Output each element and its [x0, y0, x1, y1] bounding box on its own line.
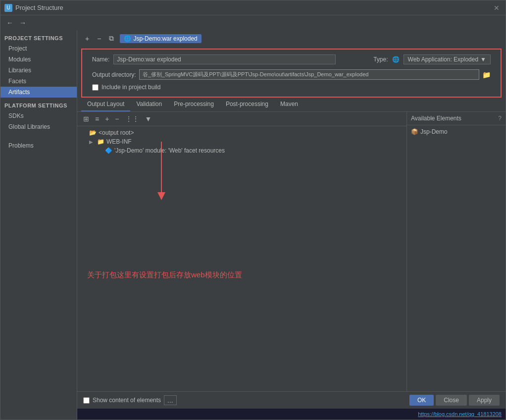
tree-list-view-button[interactable]: ≡ [93, 114, 101, 124]
remove-artifact-button[interactable]: − [95, 34, 103, 44]
app-icon: U [4, 4, 12, 12]
sidebar: PROJECT SETTINGS Project Modules Librari… [0, 30, 77, 420]
tree-options-button[interactable]: ⋮⋮ [123, 114, 141, 124]
footer-link[interactable]: https://blog.csdn.net/qq_41813208 [418, 411, 502, 417]
name-input[interactable] [113, 54, 336, 64]
sdks-label: SDKs [8, 112, 24, 119]
global-libraries-label: Global Libraries [8, 123, 50, 130]
artifacts-label: Artifacts [8, 89, 30, 96]
tabs-bar: Output Layout Validation Pre-processing … [77, 98, 506, 112]
tree-more-button[interactable]: ▼ [143, 114, 154, 124]
sidebar-item-artifacts[interactable]: Artifacts [0, 87, 77, 98]
artifact-header: + − ⧉ 🌐 Jsp-Demo:war exploded [77, 30, 506, 47]
include-in-build-checkbox[interactable] [92, 84, 99, 91]
title-bar: U Project Structure ✕ [0, 0, 506, 15]
ok-button[interactable]: OK [409, 395, 434, 406]
main-toolbar: ← → [0, 15, 506, 30]
output-dir-row: Output directory: 谷_侈别_SpringMVC源码及PPT\源… [86, 66, 497, 83]
sidebar-item-facets[interactable]: Facets [0, 76, 77, 87]
tree-toolbar: ⊞ ≡ + − ⋮⋮ ▼ [77, 112, 406, 126]
module-icon: 🔷 [105, 147, 112, 154]
tab-post-processing[interactable]: Post-processing [220, 98, 274, 111]
sidebar-item-modules[interactable]: Modules [0, 54, 77, 65]
cancel-button[interactable]: Close [436, 395, 467, 406]
artifact-config-section: Name: Type: 🌐 Web Application: Exploded … [81, 49, 502, 98]
available-content: 📦 Jsp-Demo [407, 125, 506, 391]
available-item-label: Jsp-Demo [420, 128, 448, 135]
include-in-build-row: Include in project build [86, 83, 497, 94]
project-label: Project [8, 45, 27, 52]
available-elements-header: Available Elements ? [407, 112, 506, 125]
sidebar-item-problems[interactable]: Problems [0, 140, 77, 151]
tree-grid-view-button[interactable]: ⊞ [81, 114, 91, 124]
tree-content: 📂 <output root> ▶ 📁 WEB-INF [77, 126, 406, 391]
tree-webinf-children: 🔷 'Jsp-Demo' module: 'Web' facet resourc… [89, 146, 403, 155]
sidebar-item-global-libraries[interactable]: Global Libraries [0, 121, 77, 132]
name-type-row: Name: Type: 🌐 Web Application: Exploded … [86, 52, 497, 66]
tab-pre-processing[interactable]: Pre-processing [168, 98, 220, 111]
root-label: <output root> [99, 129, 134, 136]
bottom-bar: Show content of elements ... OK Close Ap… [77, 391, 506, 409]
tree-remove-button[interactable]: − [113, 114, 121, 124]
action-buttons: OK Close Apply [409, 395, 500, 406]
tree-children: ▶ 📁 WEB-INF 🔷 'Jsp-Demo' module: 'Web' f… [81, 137, 403, 155]
type-icon: 🌐 [392, 56, 400, 63]
available-module-icon: 📦 [411, 128, 418, 135]
chevron-down-icon: ▼ [480, 56, 486, 63]
browse-folder-button[interactable]: 📁 [482, 71, 491, 79]
name-label: Name: [92, 56, 109, 63]
folder-icon-webinf: 📁 [97, 138, 104, 145]
module-label: 'Jsp-Demo' module: 'Web' facet resources [114, 147, 225, 154]
footer: https://blog.csdn.net/qq_41813208 [77, 409, 506, 420]
help-icon[interactable]: ? [498, 115, 502, 122]
tab-validation[interactable]: Validation [130, 98, 168, 111]
modules-label: Modules [8, 56, 31, 63]
project-settings-section: PROJECT SETTINGS [0, 32, 77, 43]
output-dir-label: Output directory: [92, 71, 136, 78]
include-in-build-label: Include in project build [101, 84, 160, 91]
available-elements-label: Available Elements [411, 115, 461, 122]
platform-settings-section: PLATFORM SETTINGS [0, 98, 77, 110]
sidebar-item-libraries[interactable]: Libraries [0, 65, 77, 76]
root-folder-icon: 📂 [89, 129, 97, 136]
back-button[interactable]: ← [4, 18, 15, 28]
window-title: Project Structure [15, 4, 63, 11]
add-artifact-button[interactable]: + [83, 34, 91, 44]
webinf-label: WEB-INF [106, 138, 132, 145]
artifact-tag-label: Jsp-Demo:war exploded [133, 35, 197, 42]
title-controls: ✕ [492, 4, 502, 12]
tree-module-item[interactable]: 🔷 'Jsp-Demo' module: 'Web' facet resourc… [97, 146, 403, 155]
main-content: PROJECT SETTINGS Project Modules Librari… [0, 30, 506, 420]
available-item-jspdemo[interactable]: 📦 Jsp-Demo [411, 127, 502, 136]
artifact-body: ⊞ ≡ + − ⋮⋮ ▼ 📂 <output root> [77, 112, 506, 391]
sidebar-item-project[interactable]: Project [0, 43, 77, 54]
output-layout-tree: ⊞ ≡ + − ⋮⋮ ▼ 📂 <output root> [77, 112, 406, 391]
forward-button[interactable]: → [17, 18, 28, 28]
tab-maven[interactable]: Maven [274, 98, 304, 111]
output-dir-field[interactable]: 谷_侈别_SpringMVC源码及PPT\源码及PPT\Jsp-Demo\out… [139, 69, 479, 80]
facets-label: Facets [8, 78, 26, 85]
artifact-tag[interactable]: 🌐 Jsp-Demo:war exploded [120, 34, 201, 43]
project-structure-window: U Project Structure ✕ ← → PROJECT SETTIN… [0, 0, 506, 420]
apply-button[interactable]: Apply [469, 395, 500, 406]
artifact-tag-icon: 🌐 [124, 35, 131, 42]
title-bar-left: U Project Structure [4, 4, 63, 12]
more-options-button[interactable]: ... [164, 395, 177, 405]
show-content-row: Show content of elements ... [83, 395, 405, 405]
right-panel: + − ⧉ 🌐 Jsp-Demo:war exploded Name: Type… [77, 30, 506, 420]
close-button[interactable]: ✕ [492, 4, 502, 12]
problems-label: Problems [8, 142, 34, 149]
tree-webinf-item[interactable]: ▶ 📁 WEB-INF [89, 137, 403, 146]
show-content-checkbox[interactable] [83, 397, 90, 404]
type-label: Type: [373, 56, 388, 63]
available-elements-panel: Available Elements ? 📦 Jsp-Demo [406, 112, 506, 391]
copy-artifact-button[interactable]: ⧉ [107, 33, 116, 44]
sidebar-item-sdks[interactable]: SDKs [0, 110, 77, 121]
libraries-label: Libraries [8, 67, 31, 74]
type-dropdown[interactable]: Web Application: Exploded ▼ [404, 54, 491, 64]
tab-output-layout[interactable]: Output Layout [81, 98, 130, 111]
show-content-label: Show content of elements [93, 397, 161, 404]
tree-add-button[interactable]: + [103, 114, 111, 124]
tree-root-item[interactable]: 📂 <output root> [81, 128, 403, 137]
type-value: Web Application: Exploded [408, 56, 479, 63]
